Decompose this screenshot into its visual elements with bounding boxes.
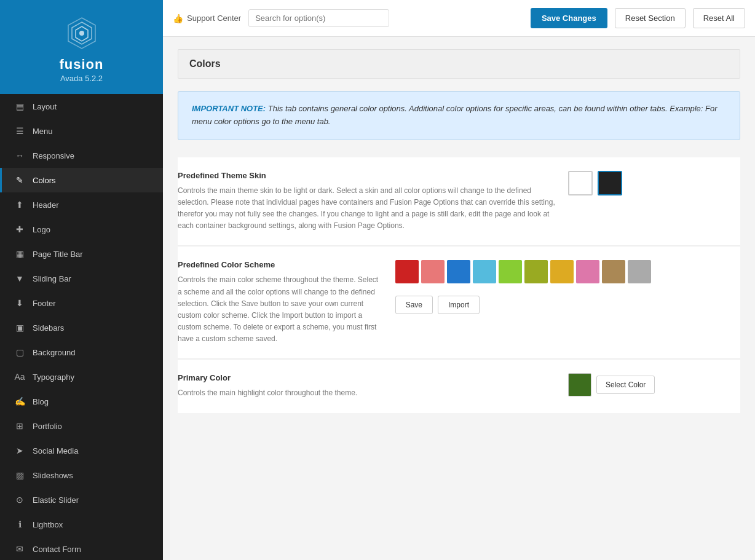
- sidebar-item-label-portfolio: Portfolio: [33, 422, 62, 431]
- blog-icon: ✍: [14, 396, 25, 407]
- responsive-icon: ↔: [14, 150, 25, 161]
- primary-color-left: Primary Color Controls the main highligh…: [178, 373, 556, 399]
- predefined-color-scheme-title: Predefined Color Scheme: [178, 260, 383, 269]
- sidebar-item-label-sidebars: Sidebars: [33, 323, 64, 333]
- sidebar-item-header[interactable]: ⬆ Header: [0, 192, 163, 217]
- main-content-area: 👍 Support Center Save Changes Reset Sect…: [163, 0, 755, 560]
- sidebar-version: Avada 5.2.2: [60, 74, 103, 83]
- sliding-bar-icon: ▼: [14, 273, 25, 284]
- color-scheme-swatch-0[interactable]: [395, 260, 419, 283]
- color-scheme-swatch-3[interactable]: [473, 260, 496, 283]
- section-title-bar: Colors: [178, 49, 740, 79]
- contact-form-icon: ✉: [14, 543, 25, 554]
- sidebar-item-lightbox[interactable]: ℹ Lightbox: [0, 512, 163, 537]
- color-scheme-swatch-9[interactable]: [628, 260, 651, 283]
- footer-icon: ⬇: [14, 298, 25, 309]
- sidebar-item-label-page-title-bar: Page Title Bar: [33, 250, 83, 259]
- sidebar-item-sidebars[interactable]: ▣ Sidebars: [0, 315, 163, 340]
- sidebar-header: fusion Avada 5.2.2: [0, 0, 163, 94]
- sidebar-item-label-header: Header: [33, 200, 59, 210]
- select-color-button[interactable]: Select Color: [596, 376, 655, 394]
- sidebar-item-label-responsive: Responsive: [33, 151, 74, 160]
- search-input[interactable]: [248, 9, 389, 27]
- support-center-label: Support Center: [187, 14, 241, 23]
- layout-icon: ▤: [14, 101, 25, 112]
- sidebar-item-sliding-bar[interactable]: ▼ Sliding Bar: [0, 266, 163, 291]
- primary-color-title: Primary Color: [178, 373, 556, 382]
- topbar: 👍 Support Center Save Changes Reset Sect…: [163, 0, 755, 37]
- sidebar-item-portfolio[interactable]: ⊞ Portfolio: [0, 414, 163, 438]
- sidebar-item-social-media[interactable]: ➤ Social Media: [0, 438, 163, 463]
- color-scheme-swatch-2[interactable]: [447, 260, 470, 283]
- predefined-theme-skin-title: Predefined Theme Skin: [178, 171, 556, 180]
- sidebar-item-layout[interactable]: ▤ Layout: [0, 94, 163, 119]
- predefined-color-scheme-left: Predefined Color Scheme Controls the mai…: [178, 260, 383, 345]
- reset-section-button[interactable]: Reset Section: [615, 8, 686, 28]
- sidebar-item-logo[interactable]: ✚ Logo: [0, 217, 163, 242]
- sidebar-item-label-colors: Colors: [33, 176, 56, 185]
- sidebar-item-label-menu: Menu: [33, 127, 53, 136]
- info-box-text: This tab contains general color options.…: [192, 104, 717, 126]
- sidebar-item-label-lightbox: Lightbox: [33, 520, 63, 529]
- reset-all-button[interactable]: Reset All: [693, 8, 745, 28]
- sidebar-item-slideshows[interactable]: ▨ Slideshows: [0, 463, 163, 487]
- primary-color-preview[interactable]: [568, 373, 591, 396]
- sidebar-item-blog[interactable]: ✍ Blog: [0, 389, 163, 414]
- slideshows-icon: ▨: [14, 470, 25, 481]
- sidebar-item-elastic-slider[interactable]: ⊙ Elastic Slider: [0, 487, 163, 512]
- thumbs-up-icon: 👍: [173, 14, 183, 23]
- save-changes-button[interactable]: Save Changes: [531, 8, 607, 28]
- sidebar-nav: ▤ Layout ☰ Menu ↔ Responsive ✎ Colors ⬆ …: [0, 94, 163, 560]
- page-title-bar-icon: ▦: [14, 248, 25, 259]
- primary-color-desc: Controls the main highlight color throug…: [178, 387, 556, 399]
- sidebar-item-label-background: Background: [33, 348, 75, 357]
- sidebar: fusion Avada 5.2.2 ▤ Layout ☰ Menu ↔ Res…: [0, 0, 163, 560]
- predefined-color-scheme-row: Predefined Color Scheme Controls the mai…: [178, 246, 740, 359]
- sidebar-item-menu[interactable]: ☰ Menu: [0, 119, 163, 143]
- content-area: Colors IMPORTANT NOTE: This tab contains…: [163, 37, 755, 560]
- important-label: IMPORTANT NOTE:: [192, 104, 266, 113]
- primary-color-row: Primary Color Controls the main highligh…: [178, 360, 740, 412]
- sidebar-item-label-social-media: Social Media: [33, 446, 78, 455]
- header-icon: ⬆: [14, 199, 25, 210]
- color-scheme-swatch-1[interactable]: [421, 260, 445, 283]
- support-center-link[interactable]: 👍 Support Center: [173, 14, 241, 23]
- primary-color-right: Select Color: [568, 373, 740, 396]
- predefined-color-scheme-desc: Controls the main color scheme throughou…: [178, 274, 383, 345]
- primary-color-picker: Select Color: [568, 373, 655, 396]
- menu-icon: ☰: [14, 125, 25, 136]
- sidebar-item-label-footer: Footer: [33, 299, 56, 308]
- sidebar-item-contact-form[interactable]: ✉ Contact Form: [0, 537, 163, 560]
- elastic-slider-icon: ⊙: [14, 494, 25, 505]
- color-scheme-swatch-6[interactable]: [550, 260, 574, 283]
- color-scheme-swatch-5[interactable]: [524, 260, 548, 283]
- social-media-icon: ➤: [14, 445, 25, 456]
- sidebar-item-label-layout: Layout: [33, 102, 57, 111]
- scheme-save-button[interactable]: Save: [395, 296, 433, 314]
- sidebar-item-label-blog: Blog: [33, 397, 49, 406]
- skin-swatches: [568, 171, 740, 195]
- sidebar-item-colors[interactable]: ✎ Colors: [0, 168, 163, 192]
- sidebar-item-label-slideshows: Slideshows: [33, 471, 73, 480]
- scheme-import-button[interactable]: Import: [438, 296, 480, 314]
- color-scheme-swatch-4[interactable]: [499, 260, 522, 283]
- section-title: Colors: [189, 58, 729, 69]
- scheme-buttons: Save Import: [395, 296, 740, 314]
- sidebar-item-label-logo: Logo: [33, 225, 50, 234]
- sidebar-item-page-title-bar[interactable]: ▦ Page Title Bar: [0, 242, 163, 266]
- color-scheme-swatch-8[interactable]: [602, 260, 625, 283]
- sidebar-item-responsive[interactable]: ↔ Responsive: [0, 143, 163, 168]
- color-scheme-swatch-7[interactable]: [576, 260, 599, 283]
- skin-swatch-0[interactable]: [568, 171, 593, 195]
- sidebar-item-typography[interactable]: Aa Typography: [0, 365, 163, 389]
- colors-icon: ✎: [14, 175, 25, 186]
- sidebar-item-label-sliding-bar: Sliding Bar: [33, 274, 71, 283]
- sidebar-version-label: Avada: [60, 74, 83, 83]
- sidebar-item-background[interactable]: ▢ Background: [0, 340, 163, 365]
- skin-swatch-1[interactable]: [598, 171, 622, 195]
- predefined-theme-skin-desc: Controls the main theme skin to be light…: [178, 185, 556, 232]
- logo-icon: ✚: [14, 224, 25, 235]
- sidebar-item-label-typography: Typography: [33, 373, 74, 382]
- predefined-theme-skin-left: Predefined Theme Skin Controls the main …: [178, 171, 556, 232]
- sidebar-item-footer[interactable]: ⬇ Footer: [0, 291, 163, 315]
